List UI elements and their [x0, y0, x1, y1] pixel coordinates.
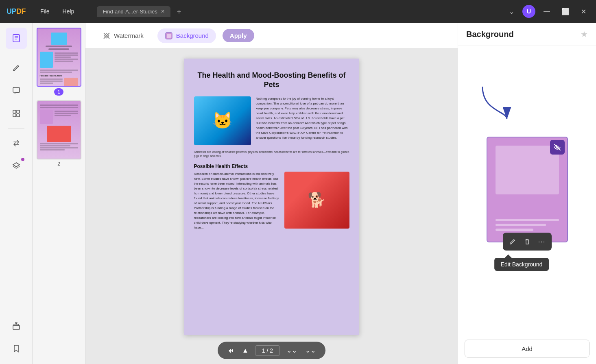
thumbnail-page-1[interactable]: Possible Health Effects 1	[36, 28, 82, 96]
watermark-button[interactable]: Watermark	[95, 28, 151, 43]
thumb-img-1: Possible Health Effects	[37, 28, 81, 87]
page-navigation: ⏮ ▲ 1 / 2 ⌄⌄ ⌄⌄	[218, 342, 325, 359]
section-row: Research on human-animal interactions is…	[194, 172, 349, 230]
apply-button[interactable]: Apply	[223, 29, 254, 42]
svg-rect-8	[17, 114, 20, 117]
menu-help[interactable]: Help	[58, 6, 79, 17]
sidebar-icon-organize[interactable]	[6, 103, 27, 124]
page-1-container: The Health and Mood-Boosting Benefits of…	[184, 59, 359, 335]
background-icon	[165, 32, 173, 40]
sidebar-icon-bookmark[interactable]	[6, 338, 27, 359]
edit-background-button[interactable]	[506, 235, 519, 248]
background-button[interactable]: Background	[157, 28, 216, 43]
favorite-icon[interactable]: ★	[581, 29, 588, 39]
first-page-button[interactable]: ⏮	[226, 345, 236, 356]
badge-dot	[21, 158, 24, 161]
thumbnail-panel: Possible Health Effects 1	[33, 23, 85, 364]
svg-rect-0	[13, 35, 20, 42]
svg-rect-7	[13, 114, 16, 117]
content-area: Watermark Background Apply The Health an…	[85, 23, 458, 364]
sidebar-icon-convert[interactable]	[6, 133, 27, 154]
section-title: Possible Health Effects	[194, 163, 349, 169]
sidebar-icon-gift[interactable]	[6, 315, 27, 336]
right-panel-header: Background ★	[458, 23, 596, 46]
menu-bar: File Help	[35, 6, 79, 17]
sidebar-icon-layers[interactable]	[6, 155, 27, 177]
tab-close-icon[interactable]: ✕	[161, 9, 165, 14]
tab-label: Find-and-A...er-Studies	[103, 9, 157, 15]
tab-document[interactable]: Find-and-A...er-Studies ✕	[97, 6, 170, 17]
menu-file[interactable]: File	[35, 6, 55, 17]
bg-thumbnail-inner	[496, 146, 559, 194]
arrow-indicator	[474, 78, 515, 129]
intro-row: 🐱 Nothing compares to the joy of coming …	[194, 96, 349, 145]
maximize-button[interactable]: ⬜	[558, 6, 573, 17]
thumb-page-num-1: 1	[54, 88, 63, 96]
right-panel: Background ★	[458, 23, 596, 364]
tab-bar: Find-and-A...er-Studies ✕ ＋	[97, 5, 496, 18]
intro-text: Nothing compares to the joy of coming ho…	[256, 96, 349, 145]
app-logo: UPDF	[7, 7, 26, 16]
thumbnail-page-2[interactable]: 2	[36, 100, 82, 167]
edit-background-tooltip: Edit Background	[494, 258, 549, 271]
right-panel-title: Background	[466, 30, 514, 39]
thumb-img-2	[37, 100, 81, 159]
next-page-button[interactable]: ⌄⌄	[285, 345, 299, 356]
svg-rect-13	[167, 34, 171, 38]
minimize-button[interactable]: —	[540, 6, 553, 17]
thumb-page-num-2: 2	[57, 161, 60, 167]
watermark-icon	[103, 32, 111, 40]
add-button[interactable]: Add	[465, 340, 589, 357]
sidebar-icon-edit[interactable]	[6, 57, 27, 78]
page-indicator[interactable]: 1 / 2	[255, 345, 280, 356]
prev-page-button[interactable]: ▲	[240, 345, 250, 356]
bg-thumbnail-lines	[496, 219, 559, 233]
close-button[interactable]: ✕	[578, 6, 589, 17]
sidebar-icon-comment[interactable]	[6, 80, 27, 101]
thumbnail-actions: ⋯	[503, 233, 552, 251]
page-title: The Health and Mood-Boosting Benefits of…	[194, 71, 349, 90]
background-thumbnail-wrapper: ⋯ Edit Background	[487, 137, 568, 242]
user-avatar[interactable]: U	[522, 5, 535, 18]
delete-background-button[interactable]	[521, 235, 534, 248]
cat-image: 🐱	[194, 96, 251, 145]
toolbar: Watermark Background Apply	[85, 23, 458, 49]
svg-rect-6	[17, 110, 20, 113]
window-dropdown-icon[interactable]: ⌄	[506, 6, 517, 17]
sidebar-icon-reader[interactable]	[6, 28, 27, 49]
main-layout: Possible Health Effects 1	[0, 23, 596, 364]
sidebar-divider-1	[8, 53, 24, 53]
caption-text: Scientists are looking at what the poten…	[194, 150, 349, 159]
titlebar-controls: ⌄ U — ⬜ ✕	[506, 5, 589, 18]
hide-background-button[interactable]	[550, 140, 565, 155]
svg-rect-5	[13, 110, 16, 113]
page-content: The Health and Mood-Boosting Benefits of…	[184, 59, 359, 238]
sidebar-divider-2	[8, 128, 24, 129]
left-sidebar	[0, 23, 33, 364]
dog-image: 🐕	[284, 172, 349, 229]
more-options-button[interactable]: ⋯	[535, 235, 548, 248]
last-page-button[interactable]: ⌄⌄	[303, 345, 317, 356]
document-viewer[interactable]: The Health and Mood-Boosting Benefits of…	[85, 49, 458, 364]
tab-add-button[interactable]: ＋	[172, 5, 186, 18]
background-preview-area: ⋯ Edit Background	[458, 46, 596, 333]
svg-rect-4	[13, 87, 20, 92]
titlebar: UPDF File Help Find-and-A...er-Studies ✕…	[0, 0, 596, 23]
section-text: Research on human-animal interactions is…	[194, 172, 279, 230]
